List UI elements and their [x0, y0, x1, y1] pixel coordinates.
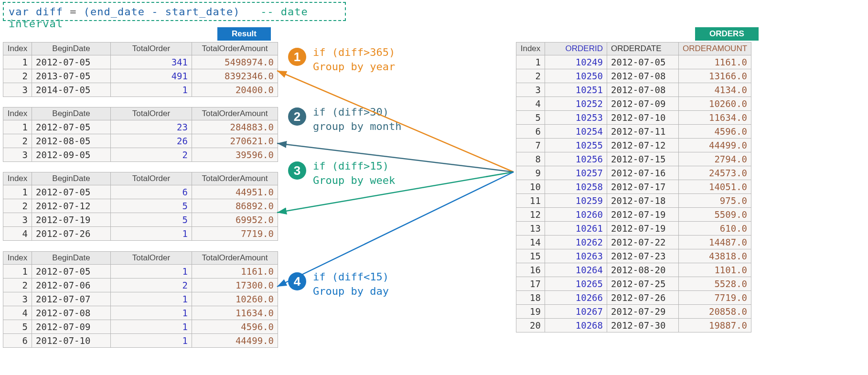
cell-totalorder: 1 — [111, 306, 192, 320]
col-index: Index — [3, 43, 32, 55]
cell-orderamount: 1161.0 — [679, 55, 751, 69]
cell-totalorder: 6 — [111, 185, 192, 199]
col-totalorder: TotalOrder — [111, 172, 192, 185]
cell-orderdate: 2012-07-09 — [607, 97, 679, 111]
cell-totalorder: 1 — [111, 320, 192, 334]
cell-begindate: 2012-07-05 — [32, 185, 111, 199]
cell-begindate: 2014-07-05 — [32, 83, 111, 97]
cell-orderid: 10249 — [545, 55, 607, 69]
cell-orderdate: 2012-07-15 — [607, 152, 679, 166]
col-totalorderamount: TotalOrderAmount — [192, 172, 278, 185]
annot4-line2: Group by day — [313, 285, 389, 297]
col-orderid: ORDERID — [545, 43, 607, 55]
cell-totalorder: 1 — [111, 292, 192, 306]
cell-index: 2 — [3, 199, 32, 213]
cell-orderdate: 2012-07-16 — [607, 166, 679, 180]
col-totalorderamount: TotalOrderAmount — [192, 107, 278, 120]
cell-totalorderamount: 11634.0 — [192, 306, 278, 320]
cell-begindate: 2012-07-05 — [32, 55, 111, 69]
cell-index: 18 — [516, 291, 545, 305]
result-table-day: Index BeginDate TotalOrder TotalOrderAmo… — [3, 251, 278, 348]
cell-orderamount: 1101.0 — [679, 263, 751, 277]
cell-totalorderamount: 270621.0 — [192, 134, 278, 148]
table-row: 32014-07-05120400.0 — [3, 83, 278, 97]
cell-orderdate: 2012-07-17 — [607, 180, 679, 194]
table-row: 18102662012-07-267719.0 — [516, 291, 751, 305]
cell-orderid: 10260 — [545, 208, 607, 222]
expression: (end_date - start_date) — [84, 6, 240, 18]
cell-index: 4 — [3, 227, 32, 241]
cell-orderid: 10263 — [545, 249, 607, 263]
cell-index: 9 — [516, 166, 545, 180]
cell-orderamount: 4134.0 — [679, 83, 751, 97]
cell-orderdate: 2012-07-30 — [607, 319, 679, 332]
cell-orderamount: 20858.0 — [679, 305, 751, 319]
cell-index: 4 — [3, 306, 32, 320]
cell-index: 6 — [516, 125, 545, 139]
table-row: 15102632012-07-2343818.0 — [516, 249, 751, 263]
col-orderamount: ORDERAMOUNT — [679, 43, 751, 55]
cell-orderamount: 4596.0 — [679, 125, 751, 139]
cell-orderid: 10268 — [545, 319, 607, 332]
col-totalorder: TotalOrder — [111, 107, 192, 120]
cell-orderamount: 44499.0 — [679, 139, 751, 152]
cell-index: 17 — [516, 277, 545, 291]
result-tab-label: Result — [232, 29, 257, 38]
cell-orderdate: 2012-08-20 — [607, 263, 679, 277]
cell-begindate: 2012-07-05 — [32, 120, 111, 134]
table-row: 42012-07-08111634.0 — [3, 306, 278, 320]
cell-totalorderamount: 44499.0 — [192, 334, 278, 348]
cell-orderdate: 2012-07-23 — [607, 249, 679, 263]
cell-totalorder: 5 — [111, 213, 192, 227]
col-index: Index — [516, 43, 545, 55]
cell-totalorder: 1 — [111, 227, 192, 241]
cell-orderdate: 2012-07-19 — [607, 208, 679, 222]
cell-totalorderamount: 4596.0 — [192, 320, 278, 334]
table-row: 16102642012-08-201101.0 — [516, 263, 751, 277]
cell-orderid: 10253 — [545, 111, 607, 125]
cell-totalorderamount: 69952.0 — [192, 213, 278, 227]
table-row: 6102542012-07-114596.0 — [516, 125, 751, 139]
cell-orderdate: 2012-07-08 — [607, 69, 679, 83]
cell-orderamount: 5509.0 — [679, 208, 751, 222]
cell-begindate: 2012-07-09 — [32, 320, 111, 334]
cell-orderamount: 10260.0 — [679, 97, 751, 111]
cell-index: 14 — [516, 236, 545, 249]
cell-begindate: 2012-07-19 — [32, 213, 111, 227]
cell-orderamount: 11634.0 — [679, 111, 751, 125]
cell-begindate: 2012-07-07 — [32, 292, 111, 306]
cell-totalorder: 23 — [111, 120, 192, 134]
cell-index: 1 — [516, 55, 545, 69]
badge-1: 1 — [288, 48, 306, 66]
table-row: 4102522012-07-0910260.0 — [516, 97, 751, 111]
annot2-line2: group by month — [313, 120, 401, 132]
col-totalorder: TotalOrder — [111, 252, 192, 265]
cell-orderid: 10265 — [545, 277, 607, 291]
table-row: 42012-07-2617719.0 — [3, 227, 278, 241]
table-row: 12012-07-053415498974.0 — [3, 55, 278, 69]
cell-index: 2 — [516, 69, 545, 83]
cell-orderid: 10254 — [545, 125, 607, 139]
cell-orderdate: 2012-07-05 — [607, 55, 679, 69]
cell-totalorderamount: 284883.0 — [192, 120, 278, 134]
cell-index: 13 — [516, 222, 545, 236]
col-totalorderamount: TotalOrderAmount — [192, 43, 278, 55]
table-row: 10102582012-07-1714051.0 — [516, 180, 751, 194]
table-row: 2102502012-07-0813166.0 — [516, 69, 751, 83]
cell-orderid: 10258 — [545, 180, 607, 194]
table-row: 22013-07-054918392346.0 — [3, 69, 278, 83]
table-row: 22012-07-12586892.0 — [3, 199, 278, 213]
cell-index: 11 — [516, 194, 545, 208]
cell-orderamount: 43818.0 — [679, 249, 751, 263]
annotation-1: if (diff>365) Group by year — [313, 45, 395, 74]
annot1-line2: Group by year — [313, 61, 395, 73]
col-begindate: BeginDate — [32, 107, 111, 120]
cell-index: 10 — [516, 180, 545, 194]
cell-orderdate: 2012-07-29 — [607, 305, 679, 319]
table-row: 3102512012-07-084134.0 — [516, 83, 751, 97]
cell-orderdate: 2012-07-18 — [607, 194, 679, 208]
cell-totalorder: 26 — [111, 134, 192, 148]
cell-orderdate: 2012-07-10 — [607, 111, 679, 125]
ident-diff: diff — [36, 6, 63, 18]
cell-orderid: 10262 — [545, 236, 607, 249]
